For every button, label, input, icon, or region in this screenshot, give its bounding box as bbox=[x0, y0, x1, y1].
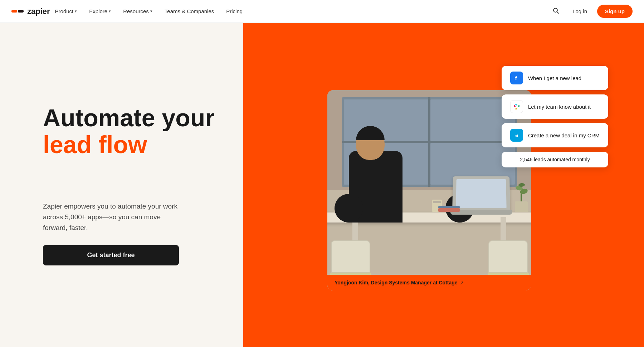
svg-point-16 bbox=[512, 135, 515, 138]
caption-text: Yongjoon Kim, Design Systems Manager at … bbox=[335, 280, 458, 285]
caption-link-icon: ↗ bbox=[460, 280, 464, 285]
automation-card-2: Let my team know about it bbox=[502, 94, 608, 119]
automation-card-1-text: When I get a new lead bbox=[528, 75, 581, 81]
signup-button[interactable]: Sign up bbox=[597, 5, 633, 18]
svg-rect-6 bbox=[514, 105, 515, 107]
photo-caption: Yongjoon Kim, Design Systems Manager at … bbox=[327, 275, 531, 290]
svg-rect-12 bbox=[515, 108, 517, 109]
nav-pricing[interactable]: Pricing bbox=[221, 5, 248, 17]
automation-card-1: When I get a new lead bbox=[502, 66, 608, 90]
hero-title: Automate your lead flow bbox=[43, 104, 215, 158]
nav-links: Product ▾ Explore ▾ Resources ▾ Teams & … bbox=[50, 5, 550, 17]
office-scene bbox=[327, 90, 531, 290]
logo-icon bbox=[11, 7, 25, 16]
svg-rect-10 bbox=[518, 105, 519, 107]
logo[interactable]: zapier bbox=[11, 7, 50, 16]
stats-text: 2,546 leads automated monthly bbox=[520, 157, 590, 162]
search-icon[interactable] bbox=[550, 4, 562, 19]
automation-cards: When I get a new lead bbox=[502, 66, 608, 167]
svg-rect-1 bbox=[18, 10, 24, 13]
svg-text:sf: sf bbox=[515, 134, 518, 138]
automation-card-2-text: Let my team know about it bbox=[528, 104, 591, 110]
nav-explore[interactable]: Explore ▾ bbox=[84, 5, 116, 17]
nav-actions: Log in Sign up bbox=[550, 4, 633, 19]
stats-card: 2,546 leads automated monthly bbox=[502, 152, 608, 167]
chevron-down-icon: ▾ bbox=[75, 9, 77, 14]
nav-resources[interactable]: Resources ▾ bbox=[118, 5, 157, 17]
hero-left-panel: Automate your lead flow Zapier empowers … bbox=[0, 23, 243, 347]
hero-title-accent: lead flow bbox=[43, 131, 215, 158]
login-button[interactable]: Log in bbox=[568, 5, 591, 17]
logo-text: zapier bbox=[27, 7, 50, 16]
chevron-down-icon: ▾ bbox=[109, 9, 111, 14]
svg-rect-0 bbox=[11, 10, 17, 13]
svg-rect-8 bbox=[515, 104, 517, 105]
nav-teams[interactable]: Teams & Companies bbox=[160, 5, 219, 17]
salesforce-icon: sf bbox=[510, 129, 523, 142]
nav-product[interactable]: Product ▾ bbox=[50, 5, 82, 17]
facebook-icon bbox=[510, 72, 523, 84]
get-started-button[interactable]: Get started free bbox=[43, 245, 179, 265]
svg-point-15 bbox=[518, 135, 521, 137]
slack-icon bbox=[510, 100, 523, 113]
hero-subtitle: Zapier empowers you to automate your wor… bbox=[43, 201, 186, 234]
automation-card-3-text: Create a new deal in my CRM bbox=[528, 132, 600, 138]
automation-card-3: sf Create a new deal in my CRM bbox=[502, 123, 608, 147]
chevron-down-icon: ▾ bbox=[150, 9, 152, 14]
svg-line-3 bbox=[557, 11, 559, 13]
hero-photo: Yongjoon Kim, Design Systems Manager at … bbox=[327, 90, 531, 290]
main-content: Automate your lead flow Zapier empowers … bbox=[0, 0, 644, 347]
navbar: zapier Product ▾ Explore ▾ Resources ▾ T… bbox=[0, 0, 644, 23]
hero-right-panel: When I get a new lead bbox=[243, 23, 644, 347]
